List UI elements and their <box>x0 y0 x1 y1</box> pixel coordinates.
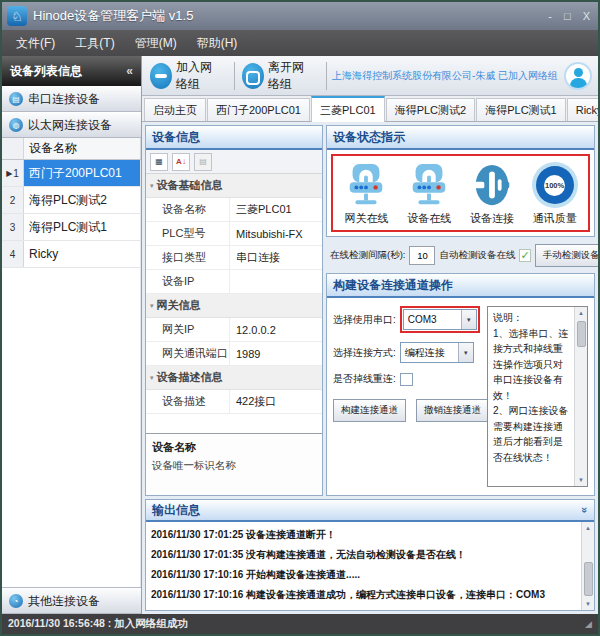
menu-bar: 文件(F) 工具(T) 管理(M) 帮助(H) <box>2 30 598 56</box>
menu-tools[interactable]: 工具(T) <box>65 30 124 56</box>
sidebar-header: 设备列表信息 « <box>2 56 141 86</box>
serial-port-highlight: COM3 ▾ <box>400 306 480 333</box>
device-name-cell[interactable]: 海得PLC测试2 <box>24 187 141 213</box>
gateway-online-indicator: 网关在线 <box>343 162 389 226</box>
status-bar: 2016/11/30 16:56:48 : 加入网络组成功 ◢ <box>2 614 598 634</box>
collapse-icon[interactable]: « <box>126 64 133 78</box>
device-table-header: 设备名称 <box>2 138 141 160</box>
table-row[interactable]: ▶1 西门子200PLC01 <box>2 160 141 187</box>
chevron-down-icon[interactable]: ▾ <box>461 310 476 329</box>
tab-hide-test2[interactable]: 海得PLC测试2 <box>386 98 476 121</box>
online-detection-row: 在线检测间隔(秒): 自动检测设备在线 ✓ 手动检测设备在线 <box>326 240 595 270</box>
property-category[interactable]: ▾设备描述信息 <box>146 366 322 390</box>
property-row[interactable]: 设备IP <box>146 270 322 294</box>
user-avatar-icon <box>564 62 592 90</box>
serial-port-dropdown[interactable]: COM3 ▾ <box>403 309 477 330</box>
connection-mode-dropdown[interactable]: 编程连接 ▾ <box>400 342 474 363</box>
serial-device-icon: ▤ <box>9 92 23 106</box>
alphabetical-sort-icon[interactable]: A↓ <box>172 153 190 171</box>
device-info-panel: 设备信息 ▦ A↓ ▤ ▾设备基础信息 设备名称三菱PLC01 PLC型号Mit… <box>145 125 323 496</box>
property-row[interactable]: 设备描述422接口 <box>146 390 322 414</box>
property-description-box: 设备名称 设备唯一标识名称 <box>146 433 322 495</box>
property-description-title: 设备名称 <box>152 440 316 455</box>
quality-donut-icon: 100% <box>532 162 578 208</box>
category-collapse-icon: ▾ <box>150 302 154 310</box>
row-number-gutter <box>2 138 24 159</box>
property-row[interactable]: 网关通讯端口1989 <box>146 342 322 366</box>
property-row[interactable]: PLC型号Mitsubishi-FX <box>146 222 322 246</box>
close-icon[interactable]: X <box>583 11 590 22</box>
scrollbar-thumb[interactable] <box>584 562 593 596</box>
category-collapse-icon: ▾ <box>150 182 154 190</box>
communication-quality-indicator: 100% 通讯质量 <box>532 162 578 226</box>
device-online-indicator: 设备在线 <box>406 162 452 226</box>
device-name-cell[interactable]: 西门子200PLC01 <box>24 160 141 186</box>
other-device-icon: ◔ <box>9 594 23 608</box>
sidebar-title: 设备列表信息 <box>10 63 82 80</box>
manual-detect-button[interactable]: 手动检测设备在线 <box>535 244 600 267</box>
property-row[interactable]: 接口类型串口连接 <box>146 246 322 270</box>
selected-row-icon: ▶ <box>6 169 12 178</box>
scroll-up-icon[interactable]: ▲ <box>578 307 584 319</box>
scrollbar-thumb[interactable] <box>577 321 586 347</box>
scroll-up-icon[interactable]: ▲ <box>585 522 591 534</box>
log-entry: 2016/11/30 17:10:16 构建设备连接通道成功，编程方式连接串口设… <box>151 585 576 605</box>
toolbar-separator <box>326 62 327 90</box>
category-collapse-icon: ▾ <box>150 374 154 382</box>
app-icon: ♘ <box>7 6 27 26</box>
revoke-channel-button[interactable]: 撤销连接通道 <box>416 399 489 422</box>
sidebar-item-ethernet-devices[interactable]: ◍ 以太网连接设备 <box>2 112 141 138</box>
property-category[interactable]: ▾设备基础信息 <box>146 174 322 198</box>
device-name-column-header[interactable]: 设备名称 <box>24 138 141 159</box>
minimize-icon[interactable]: - <box>548 11 552 22</box>
scroll-down-icon[interactable]: ▼ <box>578 474 584 486</box>
tab-siemens-plc[interactable]: 西门子200PLC01 <box>207 98 310 121</box>
interval-input[interactable] <box>409 246 435 265</box>
auto-detect-checkbox[interactable]: ✓ <box>519 249 530 262</box>
connection-channel-header: 构建设备连接通道操作 <box>327 274 594 298</box>
note-scrollbar[interactable]: ▲ ▼ <box>574 307 587 486</box>
device-name-cell[interactable]: 海得PLC测试1 <box>24 214 141 240</box>
sidebar-item-label: 其他连接设备 <box>28 593 100 610</box>
reconnect-checkbox[interactable] <box>400 373 413 386</box>
device-status-header: 设备状态指示 <box>327 126 594 150</box>
instruction-note-box: 说明： 1、选择串口、连接方式和掉线重连操作选项只对串口连接设备有效！ 2、网口… <box>487 306 588 487</box>
menu-manage[interactable]: 管理(M) <box>125 30 187 56</box>
leave-network-button[interactable]: 离开网络组 <box>240 57 321 95</box>
tab-hide-test1[interactable]: 海得PLC测试1 <box>476 98 566 121</box>
resize-grip-icon[interactable]: ◢ <box>585 619 592 629</box>
build-channel-button[interactable]: 构建连接通道 <box>333 399 406 422</box>
scroll-down-icon[interactable]: ▼ <box>585 598 591 610</box>
property-category[interactable]: ▾网关信息 <box>146 294 322 318</box>
property-row[interactable]: 设备名称三菱PLC01 <box>146 198 322 222</box>
log-scrollbar[interactable]: ▲ ▼ <box>581 522 594 610</box>
property-row[interactable]: 网关IP12.0.0.2 <box>146 318 322 342</box>
auto-detect-label: 自动检测设备在线 <box>439 249 515 262</box>
chevron-down-icon[interactable]: ▾ <box>458 343 473 362</box>
menu-file[interactable]: 文件(F) <box>6 30 65 56</box>
table-row[interactable]: 4 Ricky <box>2 241 141 268</box>
maximize-icon[interactable]: □ <box>564 11 571 22</box>
log-entry: 2016/11/30 17:10:16 开始构建设备连接通道..... <box>151 565 576 585</box>
table-row[interactable]: 2 海得PLC测试2 <box>2 187 141 214</box>
status-bar-text: 2016/11/30 16:56:48 : 加入网络组成功 <box>8 617 188 631</box>
window-controls: - □ X <box>548 11 590 22</box>
table-empty-area <box>2 268 141 587</box>
tab-home[interactable]: 启动主页 <box>144 98 206 121</box>
tab-mitsubishi-plc[interactable]: 三菱PLC01 <box>311 96 385 122</box>
tab-ricky[interactable]: Ricky <box>567 98 600 121</box>
join-network-button[interactable]: 加入网络组 <box>148 57 229 95</box>
menu-help[interactable]: 帮助(H) <box>187 30 248 56</box>
pin-icon[interactable]: » <box>579 507 591 513</box>
table-row[interactable]: 3 海得PLC测试1 <box>2 214 141 241</box>
interval-label: 在线检测间隔(秒): <box>330 249 405 262</box>
note-line: 说明： <box>493 310 571 326</box>
sidebar-item-other-devices[interactable]: ◔ 其他连接设备 <box>2 588 141 614</box>
device-name-cell[interactable]: Ricky <box>24 241 141 267</box>
ethernet-device-icon: ◍ <box>9 118 23 132</box>
categorized-view-icon[interactable]: ▦ <box>150 153 168 171</box>
reconnect-label: 是否掉线重连: <box>333 372 396 386</box>
sidebar-item-serial-devices[interactable]: ▤ 串口连接设备 <box>2 86 141 112</box>
quality-percentage: 100% <box>544 175 565 196</box>
connector-icon <box>469 162 515 208</box>
